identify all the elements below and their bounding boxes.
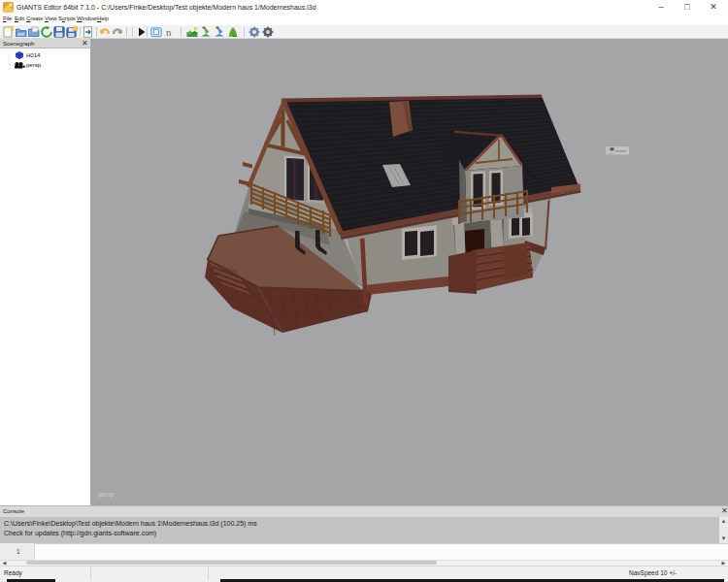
svg-text:n: n [166,26,172,38]
